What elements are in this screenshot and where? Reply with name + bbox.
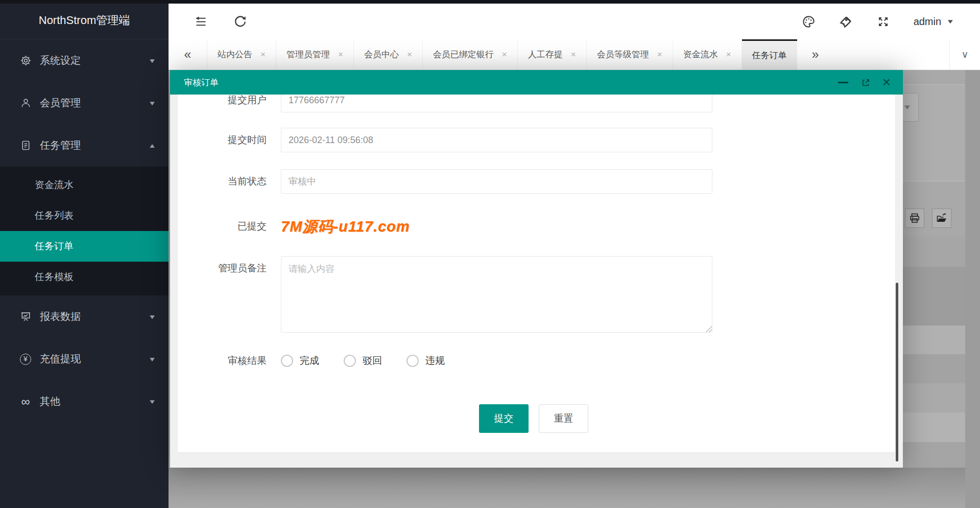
chevron-down-icon: ▼ — [148, 57, 156, 64]
table-row — [903, 267, 965, 326]
modal-scrollbar-thumb[interactable] — [896, 283, 898, 461]
chevron-down-icon: ▼ — [148, 398, 156, 405]
table-row — [903, 354, 965, 383]
tab-manual-deposit[interactable]: 人工存提 × — [518, 39, 587, 70]
sidebar-item-label: 报表数据 — [40, 310, 81, 324]
table-row — [903, 237, 965, 267]
field-label: 审核结果 — [178, 349, 274, 373]
radio-circle[interactable] — [344, 355, 356, 367]
refresh-icon[interactable] — [233, 15, 247, 29]
background-select: ▼ — [900, 93, 919, 122]
tab-label: 会员已绑定银行 — [433, 49, 494, 60]
tab-fund-flow[interactable]: 资金流水 × — [673, 39, 742, 70]
chevron-down-icon: ▼ — [148, 313, 156, 320]
review-order-modal: 审核订单 × 提交用户 提交时间 当前状态 已提交 — [170, 70, 903, 468]
collapse-sidebar-icon[interactable] — [194, 15, 208, 29]
sidebar-subitem-task-templates[interactable]: 任务模板 — [0, 262, 169, 292]
chevron-down-icon: ▼ — [148, 100, 156, 107]
tabs-more-icon[interactable]: ∨ — [949, 39, 980, 70]
tag-icon[interactable] — [839, 15, 853, 29]
submit-button[interactable]: 提交 — [479, 404, 529, 433]
admin-remark-textarea[interactable] — [281, 256, 712, 333]
tabs-scroll-left[interactable]: « — [169, 39, 207, 70]
watermark-logo: 7M源码-u117.com — [281, 214, 410, 239]
submit-time-input[interactable] — [281, 128, 712, 152]
sidebar-subitem-task-list[interactable]: 任务列表 — [0, 200, 169, 231]
tab-close-icon[interactable]: × — [726, 50, 731, 60]
radio-label: 违规 — [425, 354, 445, 367]
user-icon — [19, 97, 32, 109]
tab-close-icon[interactable]: × — [407, 50, 412, 60]
theme-palette-icon[interactable] — [802, 15, 816, 29]
tab-label: 会员等级管理 — [597, 49, 649, 60]
modal-window-controls: × — [838, 76, 903, 89]
table-row — [903, 326, 965, 354]
gear-icon — [19, 55, 32, 67]
sidebar-item-member-management[interactable]: 会员管理 ▼ — [0, 82, 169, 124]
task-management-submenu: 资金流水 任务列表 任务订单 任务模板 — [0, 167, 169, 295]
radio-complete[interactable]: 完成 — [281, 354, 319, 367]
tabs-scroll-right[interactable]: » — [797, 39, 834, 70]
sidebar-item-other[interactable]: ∞ 其他 ▼ — [0, 380, 169, 423]
current-status-input[interactable] — [281, 169, 712, 194]
infinity-icon: ∞ — [19, 396, 32, 408]
sidebar-item-deposit-withdrawal[interactable]: ¥ 充值提现 ▼ — [0, 338, 169, 380]
field-label: 管理员备注 — [178, 256, 274, 281]
tab-site-announcement[interactable]: 站内公告 × — [207, 39, 276, 70]
caret-down-icon: ▼ — [946, 18, 955, 25]
sidebar: NorthStrom管理端 系统设定 ▼ 会员管理 ▼ 任务管理 ▲ 资金流水 … — [0, 0, 169, 508]
user-name: admin — [914, 16, 941, 28]
modal-title: 审核订单 — [170, 77, 219, 88]
topbar: admin ▼ — [169, 4, 980, 39]
tab-close-icon[interactable]: × — [571, 50, 576, 60]
tab-admin-management[interactable]: 管理员管理 × — [276, 39, 354, 70]
modal-header[interactable]: 审核订单 × — [170, 70, 903, 95]
tabbar: « 站内公告 × 管理员管理 × 会员中心 × 会员已绑定银行 × 人工存提 ×… — [169, 39, 980, 70]
sidebar-item-label: 其他 — [40, 395, 60, 408]
sidebar-item-label: 充值提现 — [40, 352, 81, 366]
tab-member-center[interactable]: 会员中心 × — [354, 39, 423, 70]
radio-circle[interactable] — [407, 355, 419, 367]
field-label: 提交时间 — [178, 128, 274, 152]
radio-circle[interactable] — [281, 355, 293, 367]
submit-user-input[interactable] — [281, 95, 712, 112]
close-icon[interactable]: × — [882, 76, 891, 89]
caret-down-icon: ▼ — [902, 103, 912, 111]
tab-close-icon[interactable]: × — [657, 50, 662, 60]
tab-member-bound-bank[interactable]: 会员已绑定银行 × — [423, 39, 518, 70]
background-bottom-area — [169, 468, 965, 508]
modal-body: 提交用户 提交时间 当前状态 已提交 7M源码-u117.com 管理员备注 — [170, 95, 903, 468]
tab-close-icon[interactable]: × — [338, 50, 343, 60]
export-button — [932, 209, 951, 228]
minimize-icon[interactable] — [838, 82, 848, 83]
radio-label: 驳回 — [363, 354, 382, 367]
form-card: 提交用户 提交时间 当前状态 已提交 7M源码-u117.com 管理员备注 — [178, 95, 895, 452]
tab-close-icon[interactable]: × — [502, 50, 507, 60]
field-label: 提交用户 — [178, 95, 274, 112]
tab-task-orders[interactable]: 任务订单 — [742, 39, 797, 70]
sidebar-subitem-task-orders[interactable]: 任务订单 — [0, 231, 169, 262]
sidebar-item-system-settings[interactable]: 系统设定 ▼ — [0, 39, 169, 82]
reset-button[interactable]: 重置 — [539, 404, 588, 433]
tab-label: 会员中心 — [364, 49, 399, 60]
app-title: NorthStrom管理端 — [0, 0, 169, 39]
tab-label: 人工存提 — [528, 49, 563, 60]
radio-label: 完成 — [300, 354, 319, 367]
sidebar-item-task-management[interactable]: 任务管理 ▲ — [0, 124, 169, 167]
radio-reject[interactable]: 驳回 — [344, 354, 382, 367]
radio-violation[interactable]: 违规 — [407, 354, 445, 367]
user-menu[interactable]: admin ▼ — [914, 16, 953, 28]
document-icon — [19, 140, 32, 152]
tab-member-level[interactable]: 会员等级管理 × — [587, 39, 673, 70]
tab-close-icon[interactable]: × — [260, 50, 266, 60]
topbar-right: admin ▼ — [802, 15, 980, 29]
sidebar-item-label: 系统设定 — [40, 54, 81, 67]
chevron-down-icon: ▼ — [148, 356, 156, 363]
sidebar-item-report-data[interactable]: 报表数据 ▼ — [0, 295, 169, 338]
maximize-icon[interactable] — [861, 77, 871, 88]
field-label: 当前状态 — [178, 169, 274, 194]
fullscreen-icon[interactable] — [876, 15, 890, 29]
chevron-up-icon: ▲ — [148, 142, 156, 149]
sidebar-subitem-fund-flow[interactable]: 资金流水 — [0, 170, 169, 200]
sidebar-item-label: 会员管理 — [40, 96, 81, 110]
